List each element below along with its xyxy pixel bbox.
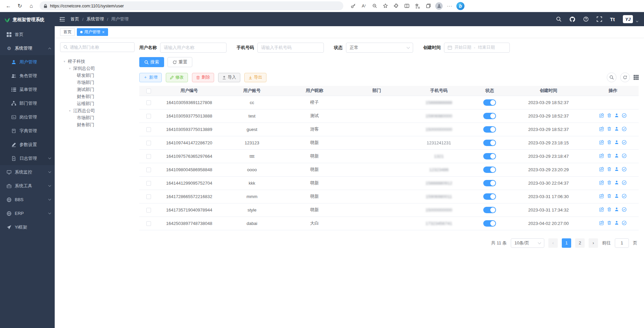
row-checkbox[interactable]: [146, 181, 151, 186]
row-reset-password-icon[interactable]: [614, 113, 619, 118]
tree-node-dept[interactable]: 测试部门: [60, 86, 135, 93]
row-assign-role-icon[interactable]: [622, 221, 627, 225]
goto-page-input[interactable]: [615, 238, 629, 248]
row-delete-icon[interactable]: [607, 127, 611, 131]
avatar-chevron-down-icon[interactable]: [636, 20, 638, 22]
row-checkbox[interactable]: [146, 194, 151, 199]
sidebar-collapse-icon[interactable]: [59, 17, 65, 22]
tree-node-branch[interactable]: ▾ 深圳总公司: [60, 65, 135, 72]
row-edit-icon[interactable]: [599, 221, 604, 225]
sidebar-item-erp[interactable]: ERP: [0, 206, 55, 220]
row-assign-role-icon[interactable]: [622, 207, 627, 212]
sidebar-item-post-management[interactable]: 岗位管理: [0, 110, 55, 124]
row-edit-icon[interactable]: [599, 207, 604, 212]
browser-profile-avatar[interactable]: [434, 1, 444, 11]
url-text[interactable]: https://ccnetcore.com:1101/system/user: [50, 4, 124, 8]
status-toggle[interactable]: [483, 113, 496, 119]
page-button-2[interactable]: 2: [575, 238, 585, 248]
github-icon[interactable]: [569, 16, 575, 22]
tree-node-dept[interactable]: 研发部门: [60, 72, 135, 79]
department-search[interactable]: [60, 42, 135, 52]
row-delete-icon[interactable]: [607, 207, 611, 212]
prev-page-button[interactable]: ‹: [548, 238, 558, 248]
browser-back-icon[interactable]: ←: [3, 1, 13, 11]
favorite-star-icon[interactable]: [380, 1, 390, 11]
row-edit-icon[interactable]: [599, 113, 604, 118]
row-delete-icon[interactable]: [607, 113, 611, 118]
table-row[interactable]: 1642503897748738048 dabai 大白 17323456741…: [139, 217, 639, 230]
status-toggle[interactable]: [483, 153, 496, 159]
table-search-toggle-icon[interactable]: [607, 73, 616, 82]
zoom-out-icon[interactable]: [369, 1, 380, 11]
tab-user-management[interactable]: 用户管理 ×: [77, 28, 108, 36]
select-all-checkbox[interactable]: [146, 89, 151, 93]
row-assign-role-icon[interactable]: [622, 180, 627, 185]
table-row[interactable]: 1641030593775013889 guest 游客 15000000000…: [139, 123, 639, 136]
page-size-select[interactable]: 10条/页: [511, 238, 544, 248]
row-checkbox[interactable]: [146, 168, 151, 172]
row-assign-role-icon[interactable]: [622, 167, 627, 172]
status-toggle[interactable]: [483, 207, 496, 213]
department-search-input[interactable]: [70, 45, 131, 50]
status-toggle[interactable]: [483, 140, 496, 146]
row-reset-password-icon[interactable]: [614, 153, 619, 158]
browser-home-icon[interactable]: ⌂: [26, 1, 36, 11]
row-delete-icon[interactable]: [607, 221, 611, 225]
browser-menu-dots-icon[interactable]: ···: [445, 1, 455, 11]
user-avatar[interactable]: YJ: [623, 15, 633, 23]
read-aloud-icon[interactable]: A⁾: [359, 1, 369, 11]
breadcrumb-item-home[interactable]: 首页: [70, 16, 79, 22]
row-checkbox[interactable]: [146, 141, 151, 145]
sidebar-item-param-settings[interactable]: 参数设置: [0, 138, 55, 151]
tree-node-company[interactable]: ▾ 橙子科技: [60, 58, 135, 65]
page-button-1[interactable]: 1: [562, 238, 571, 248]
date-range-picker[interactable]: 开始日期 - 结束日期: [444, 43, 510, 53]
tree-node-dept[interactable]: 财务部门: [60, 121, 135, 128]
sidebar-item-user-management[interactable]: 用户管理: [0, 55, 55, 69]
table-row[interactable]: 1641098004586958848 oooo 萌新 12323486 202…: [139, 163, 639, 176]
table-row[interactable]: 1641030593775013888 test 测试 15906980000 …: [139, 109, 639, 123]
delete-button[interactable]: 删除: [192, 73, 214, 82]
row-checkbox[interactable]: [146, 114, 151, 119]
sidebar-item-system-management[interactable]: ⚙ 系统管理: [0, 41, 55, 55]
sidebar-item-role-management[interactable]: 角色管理: [0, 69, 55, 83]
caret-down-icon[interactable]: ▾: [63, 60, 66, 63]
add-button[interactable]: ＋ 新增: [139, 73, 162, 82]
row-reset-password-icon[interactable]: [614, 194, 619, 198]
extensions-icon[interactable]: [391, 1, 401, 11]
header-search-icon[interactable]: [556, 16, 561, 22]
table-row[interactable]: 1641030593691127808 cc 橙子 15888888888 20…: [139, 96, 639, 109]
sidebar-item-bbs[interactable]: BBS: [0, 193, 55, 206]
phone-input[interactable]: [261, 45, 320, 50]
phone-field[interactable]: [257, 43, 324, 53]
row-checkbox[interactable]: [146, 154, 151, 159]
tab-home[interactable]: 首页: [60, 28, 75, 36]
help-question-icon[interactable]: [583, 16, 589, 22]
status-toggle[interactable]: [483, 99, 496, 106]
row-edit-icon[interactable]: [599, 180, 604, 185]
username-input[interactable]: [164, 45, 223, 50]
modify-button[interactable]: 修改: [166, 73, 188, 82]
row-checkbox[interactable]: [146, 100, 151, 105]
table-row[interactable]: 1641097576365297664 tttt 萌新 1321 2023-03…: [139, 149, 639, 163]
row-checkbox[interactable]: [146, 208, 151, 213]
row-reset-password-icon[interactable]: [614, 140, 619, 144]
sidebar-item-system-monitor[interactable]: 系统监控: [0, 165, 55, 179]
bing-icon[interactable]: b: [455, 1, 465, 11]
row-assign-role-icon[interactable]: [622, 113, 627, 118]
browser-refresh-icon[interactable]: ↻: [15, 1, 25, 11]
row-reset-password-icon[interactable]: [614, 207, 619, 212]
sidebar-item-home[interactable]: 首页: [0, 28, 55, 41]
sidebar-item-department-management[interactable]: 部门管理: [0, 96, 55, 110]
column-settings-icon[interactable]: [634, 75, 639, 80]
address-bar[interactable]: https://ccnetcore.com:1101/system/user: [40, 1, 343, 10]
row-edit-icon[interactable]: [599, 194, 604, 198]
row-assign-role-icon[interactable]: [622, 140, 627, 145]
reset-button[interactable]: 重置: [167, 57, 192, 67]
row-reset-password-icon[interactable]: [614, 221, 619, 225]
row-reset-password-icon[interactable]: [614, 167, 619, 171]
password-key-icon[interactable]: [348, 1, 358, 11]
row-edit-icon[interactable]: [599, 167, 604, 172]
search-button[interactable]: 搜索: [139, 57, 164, 67]
tree-node-dept[interactable]: 市场部门: [60, 79, 135, 86]
